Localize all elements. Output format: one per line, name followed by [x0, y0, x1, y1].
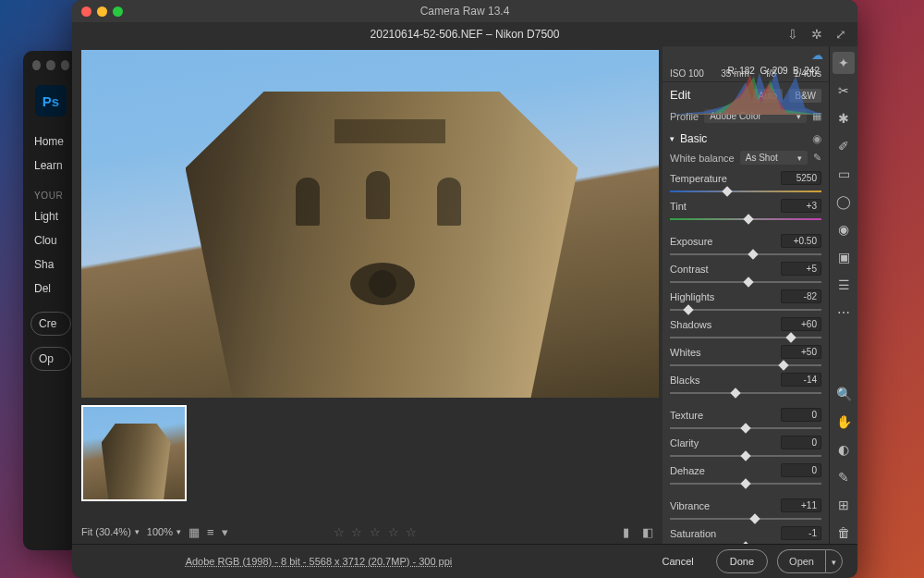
- dehaze-label: Dehaze: [670, 465, 705, 476]
- basic-section-title: Basic: [680, 132, 707, 145]
- titlebar: Camera Raw 13.4: [72, 0, 857, 22]
- zoom-tool-icon[interactable]: 🔍: [833, 383, 855, 405]
- filter-icon[interactable]: ▾: [222, 525, 228, 539]
- dehaze-slider[interactable]: Dehaze0: [663, 461, 829, 488]
- clarity-label: Clarity: [670, 437, 699, 449]
- done-button[interactable]: Done: [716, 549, 768, 573]
- shadows-slider[interactable]: Shadows+60: [663, 314, 829, 342]
- traffic-lights[interactable]: [72, 6, 123, 17]
- blacks-value[interactable]: -14: [781, 373, 821, 387]
- gradient-tool-icon[interactable]: ▭: [833, 163, 855, 185]
- grid-tool-icon[interactable]: ⊞: [833, 494, 855, 516]
- heal-tool-icon[interactable]: ✱: [833, 107, 855, 129]
- texture-label: Texture: [670, 410, 703, 421]
- ps-nav-home[interactable]: Home: [23, 129, 79, 154]
- tint-slider[interactable]: Tint+3: [663, 196, 829, 224]
- saturation-slider[interactable]: Saturation-1: [663, 523, 829, 544]
- photoshop-window: Ps Home Learn YOUR Light Clou Sha Del Cr…: [23, 51, 79, 550]
- brush-tool-icon[interactable]: ✐: [833, 135, 855, 157]
- wb-eyedropper-icon[interactable]: ✎: [813, 152, 821, 164]
- toggle-tool-icon[interactable]: ◐: [833, 438, 855, 461]
- zoom-fit-dropdown[interactable]: Fit (30.4%)▾: [81, 526, 140, 537]
- grid-view-icon[interactable]: ▦: [188, 525, 200, 539]
- window-title: Camera Raw 13.4: [420, 5, 510, 18]
- clarity-slider[interactable]: Clarity0: [663, 433, 829, 461]
- vibrance-label: Vibrance: [670, 500, 710, 511]
- settings-gear-icon[interactable]: ✲: [811, 27, 822, 42]
- highlights-value[interactable]: -82: [781, 289, 821, 303]
- exposure-value[interactable]: +0.50: [781, 234, 821, 248]
- texture-value[interactable]: 0: [781, 408, 821, 422]
- temperature-value[interactable]: 5250: [781, 171, 821, 185]
- fullscreen-icon[interactable]: ⤢: [835, 27, 846, 42]
- image-preview[interactable]: [81, 50, 659, 398]
- presets-tool-icon[interactable]: ☰: [833, 274, 855, 296]
- radial-tool-icon[interactable]: ◯: [833, 191, 855, 213]
- more-tool-icon[interactable]: ⋯: [833, 301, 855, 324]
- highlights-slider[interactable]: Highlights-82: [663, 287, 829, 314]
- ps-nav-lightroom[interactable]: Light: [23, 204, 79, 228]
- filmstrip: [72, 401, 663, 520]
- contrast-slider[interactable]: Contrast+5: [663, 259, 829, 287]
- ps-nav-shared[interactable]: Sha: [23, 252, 79, 277]
- basic-visibility-icon[interactable]: ◉: [812, 132, 821, 145]
- trash-icon[interactable]: 🗑: [833, 522, 855, 544]
- crop-tool-icon[interactable]: ✂: [833, 80, 855, 102]
- basic-caret-icon[interactable]: ▾: [670, 134, 675, 143]
- footer: Adobe RGB (1998) - 8 bit - 5568 x 3712 (…: [72, 544, 857, 578]
- rating-stars[interactable]: ☆ ☆ ☆ ☆ ☆: [334, 525, 419, 539]
- status-bar: Fit (30.4%)▾ 100%▾ ▦ ≡ ▾ ☆ ☆ ☆ ☆ ☆ ▮ ◧: [72, 520, 663, 544]
- photoshop-logo: Ps: [35, 85, 67, 117]
- cancel-button[interactable]: Cancel: [650, 550, 707, 572]
- shadows-value[interactable]: +60: [781, 317, 821, 331]
- open-button[interactable]: Open: [777, 549, 825, 573]
- export-icon[interactable]: ⇩: [787, 27, 798, 42]
- ps-nav-learn[interactable]: Learn: [23, 154, 79, 178]
- tint-value[interactable]: +3: [781, 199, 821, 213]
- vibrance-value[interactable]: +11: [781, 498, 821, 512]
- whites-value[interactable]: +50: [781, 345, 821, 359]
- color-sampler-icon[interactable]: ✎: [833, 466, 855, 488]
- contrast-value[interactable]: +5: [781, 262, 821, 276]
- snapshot-tool-icon[interactable]: ▣: [833, 246, 855, 268]
- ps-create-button[interactable]: Cre: [30, 312, 71, 336]
- ps-open-button[interactable]: Op: [30, 347, 71, 371]
- wb-label: White balance: [670, 153, 735, 164]
- redeye-tool-icon[interactable]: ◉: [833, 218, 855, 240]
- contrast-label: Contrast: [670, 264, 709, 275]
- hand-tool-icon[interactable]: ✋: [833, 411, 855, 433]
- camera-raw-window: Camera Raw 13.4 20210614-52-506.NEF – Ni…: [72, 0, 857, 578]
- workflow-link[interactable]: Adobe RGB (1998) - 8 bit - 5568 x 3712 (…: [186, 556, 453, 567]
- texture-slider[interactable]: Texture0: [663, 405, 829, 433]
- shadows-label: Shadows: [670, 319, 711, 330]
- dehaze-value[interactable]: 0: [781, 463, 821, 477]
- temperature-slider[interactable]: Temperature5250: [663, 168, 829, 196]
- ps-nav-cloud[interactable]: Clou: [23, 228, 79, 252]
- tint-label: Tint: [670, 201, 687, 212]
- saturation-label: Saturation: [670, 528, 716, 539]
- thumbnail[interactable]: [81, 405, 187, 501]
- tool-strip: ✦ ✂ ✱ ✐ ▭ ◯ ◉ ▣ ☰ ⋯ 🔍 ✋ ◐ ✎ ⊞ 🗑: [829, 46, 857, 544]
- clarity-value[interactable]: 0: [781, 436, 821, 449]
- highlights-label: Highlights: [670, 291, 714, 302]
- exposure-slider[interactable]: Exposure+0.50: [663, 231, 829, 259]
- file-header-text: 20210614-52-506.NEF – Nikon D7500: [371, 28, 560, 41]
- edit-tool-icon[interactable]: ✦: [833, 52, 855, 74]
- edit-panel: ☁ R: 182 G: 209 B: 242 ISO 100 35 mm f/8…: [663, 46, 829, 544]
- blacks-slider[interactable]: Blacks-14: [663, 370, 829, 398]
- single-view-icon[interactable]: ▮: [623, 525, 629, 539]
- cloud-sync-icon[interactable]: ☁: [663, 46, 829, 64]
- file-header-bar: 20210614-52-506.NEF – Nikon D7500 ⇩ ✲ ⤢: [72, 22, 857, 46]
- open-dropdown-icon[interactable]: ▾: [825, 549, 843, 573]
- temperature-label: Temperature: [670, 173, 727, 184]
- vibrance-slider[interactable]: Vibrance+11: [663, 496, 829, 523]
- zoom-100-dropdown[interactable]: 100%▾: [147, 526, 181, 537]
- wb-dropdown[interactable]: As Shot▾: [740, 151, 808, 165]
- ps-nav-deleted[interactable]: Del: [23, 277, 79, 301]
- sort-icon[interactable]: ≡: [207, 525, 214, 539]
- whites-slider[interactable]: Whites+50: [663, 342, 829, 370]
- saturation-value[interactable]: -1: [781, 526, 821, 540]
- ps-traffic-lights: [23, 51, 79, 80]
- exposure-label: Exposure: [670, 236, 712, 247]
- compare-view-icon[interactable]: ◧: [642, 525, 653, 539]
